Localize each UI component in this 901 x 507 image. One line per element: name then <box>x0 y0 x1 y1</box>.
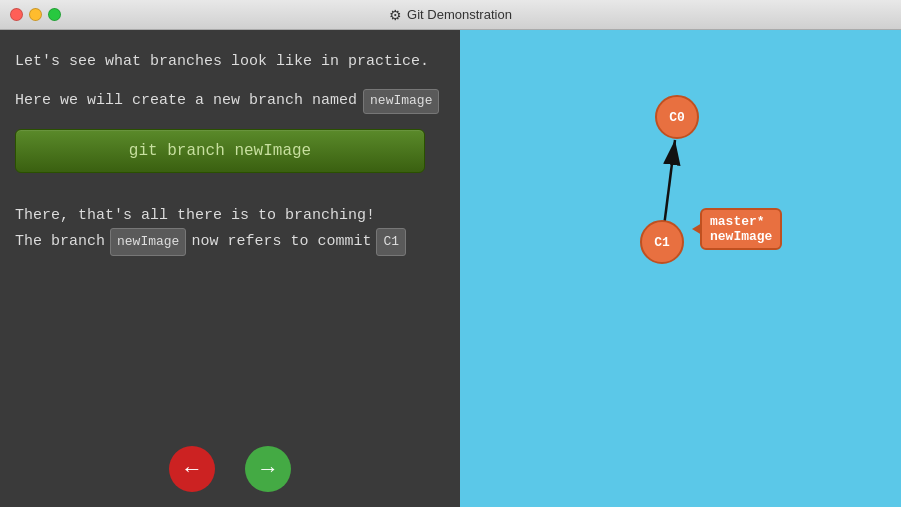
right-panel: C0 C1 master* newImage <box>460 30 901 507</box>
window-controls <box>10 8 61 21</box>
back-button[interactable]: ← <box>169 446 215 492</box>
window-title: ⚙ Git Demonstration <box>389 7 512 23</box>
result-part1: The branch <box>15 228 105 255</box>
commit-c1: C1 <box>640 220 684 264</box>
result-branch-code: newImage <box>110 228 186 255</box>
result-line1: There, that's all there is to branching! <box>15 203 445 229</box>
branch-intro-text: Here we will create a new branch named <box>15 89 357 113</box>
branch-label-bubble: master* newImage <box>700 208 782 250</box>
branch-intro: Here we will create a new branch named n… <box>15 89 445 114</box>
result-text: There, that's all there is to branching!… <box>15 203 445 256</box>
result-part2: now refers to commit <box>191 228 371 255</box>
git-command-button[interactable]: git branch newImage <box>15 129 425 173</box>
title-bar: ⚙ Git Demonstration <box>0 0 901 30</box>
main-content: Let's see what branches look like in pra… <box>0 30 901 507</box>
maximize-button[interactable] <box>48 8 61 21</box>
navigation-area: ← → <box>0 446 460 492</box>
result-commit-code: C1 <box>376 228 406 255</box>
close-button[interactable] <box>10 8 23 21</box>
bubble-line2: newImage <box>710 229 772 244</box>
result-line2: The branch newImage now refers to commit… <box>15 228 445 255</box>
commit-c0-label: C0 <box>669 110 685 125</box>
forward-button[interactable]: → <box>245 446 291 492</box>
minimize-button[interactable] <box>29 8 42 21</box>
gear-icon: ⚙ <box>389 7 402 23</box>
left-panel: Let's see what branches look like in pra… <box>0 30 460 507</box>
title-text: Git Demonstration <box>407 7 512 22</box>
branch-name-inline: newImage <box>363 89 439 114</box>
git-graph: C0 C1 master* newImage <box>460 30 901 507</box>
commit-c0: C0 <box>655 95 699 139</box>
bubble-line1: master* <box>710 214 772 229</box>
intro-text: Let's see what branches look like in pra… <box>15 50 445 74</box>
commit-c1-label: C1 <box>654 235 670 250</box>
